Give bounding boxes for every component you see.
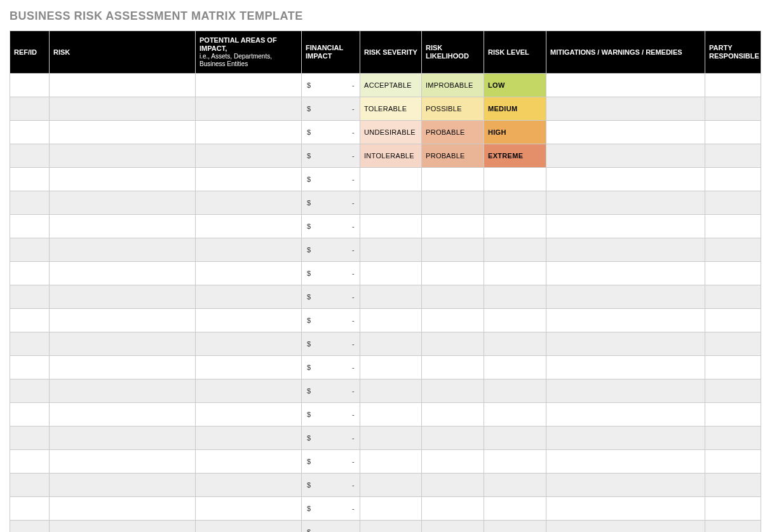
cell-ref[interactable] xyxy=(10,168,50,191)
cell-severity[interactable]: TOLERABLE xyxy=(360,97,422,121)
cell-area[interactable] xyxy=(196,474,302,497)
cell-ref[interactable] xyxy=(10,521,50,532)
cell-level[interactable] xyxy=(484,238,546,262)
cell-mitigations[interactable] xyxy=(546,426,705,450)
cell-likelihood[interactable]: PROBABLE xyxy=(422,121,484,144)
cell-party[interactable] xyxy=(705,144,761,168)
cell-mitigations[interactable] xyxy=(546,474,705,497)
cell-financial-impact[interactable]: $- xyxy=(302,191,360,215)
cell-financial-impact[interactable]: $- xyxy=(302,521,360,532)
cell-area[interactable] xyxy=(196,238,302,262)
cell-financial-impact[interactable]: $- xyxy=(302,497,360,521)
cell-mitigations[interactable] xyxy=(546,215,705,238)
cell-mitigations[interactable] xyxy=(546,497,705,521)
cell-ref[interactable] xyxy=(10,215,50,238)
cell-area[interactable] xyxy=(196,426,302,450)
cell-ref[interactable] xyxy=(10,285,50,309)
cell-area[interactable] xyxy=(196,403,302,426)
cell-area[interactable] xyxy=(196,262,302,285)
cell-area[interactable] xyxy=(196,97,302,121)
cell-ref[interactable] xyxy=(10,121,50,144)
cell-financial-impact[interactable]: $- xyxy=(302,74,360,97)
cell-likelihood[interactable]: IMPROBABLE xyxy=(422,74,484,97)
cell-severity[interactable] xyxy=(360,309,422,332)
cell-area[interactable] xyxy=(196,332,302,356)
cell-party[interactable] xyxy=(705,215,761,238)
cell-severity[interactable] xyxy=(360,215,422,238)
cell-severity[interactable] xyxy=(360,262,422,285)
cell-mitigations[interactable] xyxy=(546,450,705,474)
cell-mitigations[interactable] xyxy=(546,332,705,356)
cell-risk[interactable] xyxy=(50,262,196,285)
cell-risk[interactable] xyxy=(50,215,196,238)
cell-level[interactable] xyxy=(484,262,546,285)
cell-risk[interactable] xyxy=(50,403,196,426)
cell-ref[interactable] xyxy=(10,332,50,356)
cell-severity[interactable] xyxy=(360,332,422,356)
cell-mitigations[interactable] xyxy=(546,238,705,262)
cell-mitigations[interactable] xyxy=(546,144,705,168)
cell-likelihood[interactable] xyxy=(422,497,484,521)
cell-party[interactable] xyxy=(705,97,761,121)
cell-severity[interactable] xyxy=(360,285,422,309)
cell-ref[interactable] xyxy=(10,74,50,97)
cell-financial-impact[interactable]: $- xyxy=(302,238,360,262)
cell-financial-impact[interactable]: $- xyxy=(302,474,360,497)
cell-financial-impact[interactable]: $- xyxy=(302,97,360,121)
cell-risk[interactable] xyxy=(50,474,196,497)
cell-area[interactable] xyxy=(196,74,302,97)
cell-likelihood[interactable] xyxy=(422,332,484,356)
cell-party[interactable] xyxy=(705,262,761,285)
cell-risk[interactable] xyxy=(50,74,196,97)
cell-risk[interactable] xyxy=(50,97,196,121)
cell-severity[interactable] xyxy=(360,474,422,497)
cell-party[interactable] xyxy=(705,168,761,191)
cell-level[interactable] xyxy=(484,309,546,332)
cell-level[interactable] xyxy=(484,191,546,215)
cell-likelihood[interactable] xyxy=(422,521,484,532)
cell-party[interactable] xyxy=(705,332,761,356)
cell-party[interactable] xyxy=(705,521,761,532)
cell-severity[interactable] xyxy=(360,426,422,450)
cell-mitigations[interactable] xyxy=(546,262,705,285)
cell-level[interactable]: LOW xyxy=(484,74,546,97)
cell-financial-impact[interactable]: $- xyxy=(302,262,360,285)
cell-area[interactable] xyxy=(196,168,302,191)
cell-ref[interactable] xyxy=(10,238,50,262)
cell-financial-impact[interactable]: $- xyxy=(302,450,360,474)
cell-party[interactable] xyxy=(705,474,761,497)
cell-severity[interactable]: INTOLERABLE xyxy=(360,144,422,168)
cell-risk[interactable] xyxy=(50,121,196,144)
cell-level[interactable] xyxy=(484,497,546,521)
cell-financial-impact[interactable]: $- xyxy=(302,215,360,238)
cell-ref[interactable] xyxy=(10,356,50,379)
cell-financial-impact[interactable]: $- xyxy=(302,356,360,379)
cell-ref[interactable] xyxy=(10,403,50,426)
cell-likelihood[interactable] xyxy=(422,168,484,191)
cell-risk[interactable] xyxy=(50,379,196,403)
cell-risk[interactable] xyxy=(50,426,196,450)
cell-risk[interactable] xyxy=(50,332,196,356)
cell-ref[interactable] xyxy=(10,474,50,497)
cell-party[interactable] xyxy=(705,309,761,332)
cell-risk[interactable] xyxy=(50,497,196,521)
cell-risk[interactable] xyxy=(50,168,196,191)
cell-ref[interactable] xyxy=(10,309,50,332)
cell-level[interactable] xyxy=(484,168,546,191)
cell-level[interactable] xyxy=(484,285,546,309)
cell-level[interactable] xyxy=(484,379,546,403)
cell-risk[interactable] xyxy=(50,238,196,262)
cell-severity[interactable] xyxy=(360,356,422,379)
cell-likelihood[interactable] xyxy=(422,450,484,474)
cell-severity[interactable] xyxy=(360,168,422,191)
cell-party[interactable] xyxy=(705,379,761,403)
cell-risk[interactable] xyxy=(50,191,196,215)
cell-party[interactable] xyxy=(705,121,761,144)
cell-likelihood[interactable] xyxy=(422,191,484,215)
cell-party[interactable] xyxy=(705,426,761,450)
cell-severity[interactable] xyxy=(360,238,422,262)
cell-area[interactable] xyxy=(196,379,302,403)
cell-financial-impact[interactable]: $- xyxy=(302,426,360,450)
cell-financial-impact[interactable]: $- xyxy=(302,168,360,191)
cell-area[interactable] xyxy=(196,121,302,144)
